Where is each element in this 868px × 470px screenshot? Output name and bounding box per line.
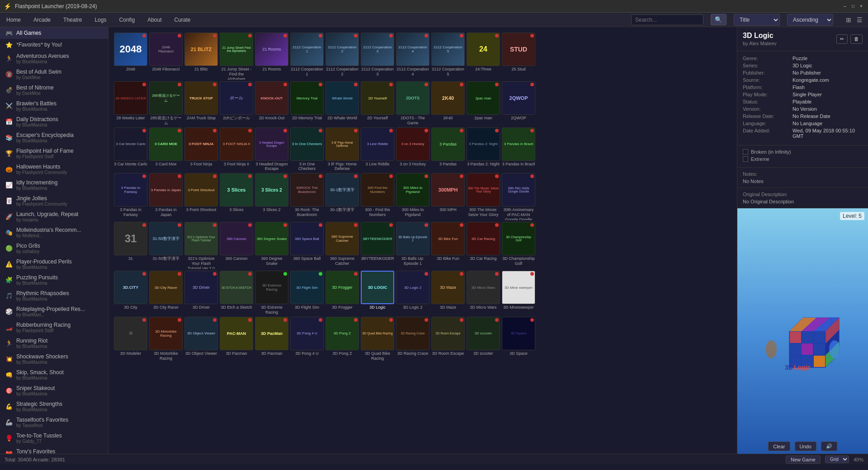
sidebar-item-all-games[interactable]: 🎮 All Games (0, 27, 108, 39)
sidebar-item-jingle[interactable]: 🃏 Jingle Jolliesby Flashpoint Community (0, 193, 108, 209)
game-tile-3d-quad-bike[interactable]: 3D Quad Bike Racing 3D Quad Bike Racing (361, 317, 394, 361)
game-tile-3-car-monte[interactable]: 3 Car Monte Carlo 3 Car Monte Carlo (114, 127, 147, 172)
sidebar-item-launch[interactable]: 🚀 Launch, Upgrade, Repeatby nosamu (0, 209, 108, 225)
game-tile-300-miles[interactable]: 300 Miles to Pigsland 300 Miles to Pigsl… (396, 173, 429, 220)
game-tile-3d-micro-wars[interactable]: 3D Micro Wars 3D Micro Wars (467, 271, 500, 315)
game-tile-300-movie[interactable]: 300 The Movie: Seize Your Glory 300 The … (467, 173, 500, 220)
game-tile-3d-pong-4u[interactable]: 3D Pong 4 U 3D Pong 4 U (290, 317, 324, 361)
game-tile-2k40[interactable]: 2K40 2K40 (431, 81, 465, 126)
sort-select[interactable]: Title Date Added Publisher (734, 14, 780, 26)
sidebar-item-sniper[interactable]: 🎯 Sniper Stakeoutby BlueMaxima (0, 383, 108, 399)
game-tile-321-optimize[interactable]: 321's Optimize Your Flash Tutorial 321's… (184, 222, 218, 269)
sidebar-item-shockwave[interactable]: 💥 Shockwave Shockersby BlueMaxima (0, 351, 108, 367)
menu-config[interactable]: Config (116, 15, 137, 25)
sidebar-item-skip[interactable]: 👊 Skip, Smack, Shootby BlueMaxima (0, 367, 108, 383)
sidebar-item-puzzling[interactable]: 🧩 Puzzling Pursuitsby BlueMaxima (0, 272, 108, 288)
game-tile-3d-extreme[interactable]: 3D Extreme Racing 3D Extreme Racing (255, 271, 288, 315)
game-tile-3d-room-escape[interactable]: 3D Room Escape 3D Room Escape (431, 317, 465, 361)
game-tile-3d-flight-sim[interactable]: 3D Flight Sim 3D Flight Sim (290, 271, 324, 315)
sidebar-item-brawlers[interactable]: ⚔️ Brawler's Battlesby BlueMaxima (0, 98, 108, 114)
game-tile-3d-maze[interactable]: 3D Maze 3D Maze (431, 271, 465, 315)
sidebar-item-hall-of-fame[interactable]: 🏆 Flashpoint Hall of Fameby Flashpoint S… (0, 146, 108, 161)
order-select[interactable]: Ascending Descending (787, 14, 833, 26)
game-tile-3-one-checkers[interactable]: 3 In One Checkers 3 In One Checkers (290, 127, 324, 172)
game-tile-21-jump[interactable]: 21 Jump Street Find the Alphabets 21 Jum… (220, 33, 253, 80)
sidebar-item-roleplaying[interactable]: 🎲 Roleplaying-Propelled Res...by BlueMax… (0, 304, 108, 320)
layout-grid-icon[interactable]: ⊞ (844, 14, 853, 25)
game-tile-3d-modeler[interactable]: ⚄ 3D Modeler (114, 317, 147, 361)
game-tile-3-foot-ninja-2[interactable]: 3 FOOT NINJA II 3 Foot Ninja II (220, 127, 253, 172)
sidebar-item-molle[interactable]: 🎭 Molleindustria's Recomm...by Molleind.… (0, 225, 108, 240)
game-tile-3-line-riddle[interactable]: 3 Line Riddle 3 Line Riddle (361, 127, 394, 172)
sidebar-item-player[interactable]: ⚠️ Player-Produced Perilsby BlueMaxima (0, 256, 108, 272)
game-tile-3d-championship[interactable]: 3D Championship Golf 3D Championship Gol… (502, 222, 535, 269)
game-tile-3d-pong-z[interactable]: 3D Pong Z 3D Pong Z (326, 317, 359, 361)
game-tile-2112-5[interactable]: 2112 Cooperation 5 2112 Cooperation 5 (431, 33, 465, 80)
sidebar-item-adventurous[interactable]: 🏃 Adventurous Avenuesby BlueMaxima (0, 51, 108, 66)
preview-sound-button[interactable]: 🔊 (821, 442, 837, 451)
game-tile-2pac-man[interactable]: 2pac man 2pac man (467, 81, 500, 126)
game-tile-300-find[interactable]: 300 Find the Numbers 300 - Find the Numb… (361, 173, 394, 220)
maximize-button[interactable]: □ (850, 3, 856, 9)
game-tile-2112-3[interactable]: 2112 Cooperation 3 2112 Cooperation 3 (361, 33, 394, 80)
preview-clear-button[interactable]: Clear (768, 442, 790, 451)
game-tile-3d-city-racer[interactable]: 3D City Racer 3D City Racer (149, 271, 183, 315)
game-tile-3-pandas-japan[interactable]: 3 Pandas in Japan 3 Pandas in Japan (149, 173, 183, 220)
game-tile-3-pandas-fantasy[interactable]: 3 Pandas in Fantasy 3 Pandas in Fantasy (114, 173, 147, 220)
game-tile-3d-pacman-2[interactable]: 3D PacMan 3D Pacman (255, 317, 288, 361)
game-tile-30th-anniv[interactable]: 30th PAC-MAN Google Doodle 30th Annivers… (502, 173, 535, 220)
game-tile-24three[interactable]: 24 24:Three (467, 33, 500, 80)
game-tile-2d-yourself[interactable]: 2D Yourself 2D Yourself (361, 81, 394, 126)
game-tile-2dots[interactable]: 2DOTS 2DOTS - The Game (396, 81, 429, 126)
game-tile-3-on-3-hockey[interactable]: 3 on 3 Hockey 3 on 3 Hockey (396, 127, 429, 172)
menu-arcade[interactable]: Arcade (31, 15, 53, 25)
sidebar-item-escaper[interactable]: 📚 Escaper's Encyclopediaby BlueMaxima (0, 130, 108, 146)
game-tile-2048[interactable]: 2048 2048 (114, 33, 147, 80)
layout-list-icon[interactable]: ☰ (855, 14, 864, 25)
game-tile-3-slices-2[interactable]: 3 Slices 2 3 Slices 2 (255, 173, 288, 220)
menu-about[interactable]: About (145, 15, 164, 25)
sidebar-item-daily[interactable]: 📅 Daily Distractionsby BlueMaxima (0, 114, 108, 130)
game-tile-3d-minesweeper[interactable]: 3D Mine sweeper 3D Minesweeper (502, 271, 535, 315)
game-tile-25stud[interactable]: STUD 25 Stud (502, 33, 535, 80)
game-tile-3-pandas-brazil[interactable]: 3 Pandas in Brazil 3 Pandas in Brazil (502, 127, 535, 172)
game-tile-2ch-pinball[interactable]: ボール 2chビンボール (220, 81, 253, 126)
close-button[interactable]: × (858, 3, 864, 9)
game-tile-360-space-ball[interactable]: 360 Space Ball 360 Space Ball (290, 222, 324, 269)
sidebar-item-rubberburning[interactable]: 🏎️ Rubberburning Racingby Flashpoint Sta… (0, 320, 108, 335)
search-button[interactable]: 🔍 (711, 14, 726, 25)
sidebar-item-tasselfoot[interactable]: 🦾 Tasselfoot's Favoritesby Tasselfoot (0, 414, 108, 430)
game-tile-3d-object-viewer[interactable]: 3D Object Viewer 3D Object Viewer (184, 317, 218, 361)
sidebar-item-halloween[interactable]: 🎃 Halloween Hauntsby Flashpoint Communit… (0, 161, 108, 177)
game-tile-3d-bike-fun[interactable]: 3D Bike Fun 3D Bike Fun (431, 222, 465, 269)
game-tile-3d-racing-craze[interactable]: 3D Racing Craze 3D Racing Craze (396, 317, 429, 361)
sidebar-item-toe[interactable]: 🥊 Toe-to-Toe Tusslesby Giddy_77 (0, 430, 108, 446)
sidebar-item-strategic[interactable]: 💪 Strategic Strengthsby BlueMaxima (0, 399, 108, 414)
game-tile-2d-memory[interactable]: Memory Trial 2D Memory Trial (290, 81, 324, 126)
game-tile-3-slices[interactable]: 3 Slices 3 Slices (220, 173, 253, 220)
game-tile-3d-city[interactable]: 3D.CITY 3D City (114, 271, 147, 315)
game-tile-2am-truck[interactable]: TRUCK STOP 2AM Truck Stop (184, 81, 218, 126)
new-game-button[interactable]: New Game (786, 456, 821, 464)
checkbox-broken[interactable] (743, 149, 748, 155)
preview-undo-button[interactable]: Undo (795, 442, 816, 451)
game-tile-2048-fibonacci[interactable]: 2048Fibonacci 2048 Fibonacci (149, 33, 183, 80)
game-tile-300-mph[interactable]: 300MPH 300 MPH (431, 173, 465, 220)
search-input[interactable] (631, 14, 703, 25)
game-tile-2qwop[interactable]: 2QWOP 2QWOP (502, 81, 535, 126)
sidebar-item-running[interactable]: 🏃 Running Riotby BlueMaxima (0, 335, 108, 351)
sidebar-item-idly[interactable]: 📈 Idly Incrementingby BlueMaxima (0, 177, 108, 193)
game-tile-2d-knockout[interactable]: KNOCK-OUT 2D Knock-Out (255, 81, 288, 126)
game-tile-31[interactable]: 31 31 (114, 222, 147, 269)
checkbox-extreme[interactable] (743, 156, 748, 162)
game-tile-3-foot-ninja[interactable]: 3 FOOT NINJA 3 Foot Ninja (184, 127, 218, 172)
game-tile-2d-whale[interactable]: Whale World 2D Whale World (326, 81, 359, 126)
menu-theatre[interactable]: Theatre (61, 15, 85, 25)
game-tile-285[interactable]: 285発送けるゲーム 285発送けるゲーム (149, 81, 183, 126)
game-tile-21-rooms[interactable]: 21 Rooms 21 Rooms (255, 33, 288, 80)
sidebar-item-rhythmic[interactable]: 🎵 Rhythmic Rhapsodiesby BlueMaxima (0, 288, 108, 304)
game-tile-3d-logic-2[interactable]: 3D Logic 2 3D Logic 2 (396, 271, 429, 315)
game-tile-3d-scooter[interactable]: 3D scooter 3D scooter (467, 317, 500, 361)
delete-button[interactable]: 🗑 (850, 34, 863, 44)
game-tile-2112-4[interactable]: 2112 Cooperation 4 2112 Cooperation 4 (396, 33, 429, 80)
